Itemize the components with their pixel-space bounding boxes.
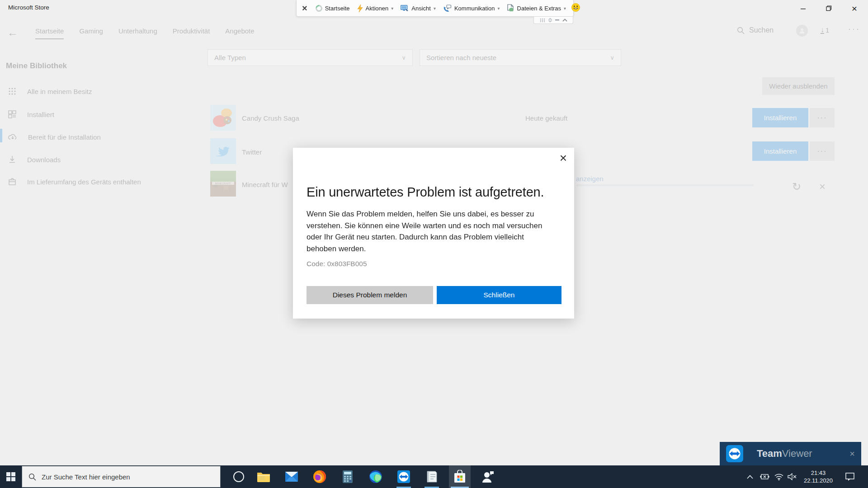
sidebar-item-downloads[interactable]: Downloads [8, 154, 61, 165]
phone-chat-icon [443, 5, 452, 12]
see-more-button[interactable]: ··· [848, 24, 860, 34]
app-name[interactable]: Twitter [242, 148, 262, 156]
dialog-close-icon[interactable]: × [560, 150, 567, 166]
toolbar-item-aktionen[interactable]: Aktionen ▾ [355, 5, 396, 12]
chevron-down-icon: ∨ [401, 54, 406, 61]
more-options-button[interactable]: ··· [810, 108, 835, 127]
tray-expand-button[interactable] [744, 465, 756, 488]
firefox-icon [313, 470, 326, 483]
toolbar-label: Kommunikation [454, 5, 495, 12]
tray-network-button[interactable] [773, 465, 785, 488]
search-button[interactable]: Suchen [737, 26, 774, 34]
minecraft-app-icon: MINECRAFT [210, 171, 236, 197]
sidebar-item-label: Installiert [27, 111, 54, 118]
app-name[interactable]: Candy Crush Saga [242, 114, 299, 122]
error-dialog: × Ein unerwartetes Problem ist aufgetret… [293, 148, 574, 319]
windows-logo-icon [6, 472, 15, 481]
back-button[interactable]: ← [7, 26, 18, 39]
error-details-link[interactable]: anzeigen [576, 175, 604, 183]
close-session-button[interactable]: × [302, 3, 307, 14]
dialog-body-line: Wenn Sie das Problem melden, helfen Sie … [307, 208, 542, 220]
toolbar-item-startseite[interactable]: Startseite [314, 5, 352, 12]
dialog-close-button[interactable]: Schließen [437, 286, 561, 304]
toolbar-label: Dateien & Extras [517, 5, 561, 12]
sidebar-item-installiert[interactable]: Installiert [8, 109, 54, 120]
install-button[interactable]: Installieren [752, 141, 808, 161]
notepad-icon [426, 470, 438, 483]
sidebar-item-im-lieferumfang[interactable]: Im Lieferumfang des Geräts enthalten [8, 176, 141, 187]
teamviewer-logo-icon [726, 445, 743, 462]
tab-startseite[interactable]: Startseite [35, 27, 64, 39]
toolbar-item-kommunikation[interactable]: Kommunikation ▾ [441, 5, 502, 12]
speaker-muted-icon [788, 473, 797, 480]
cancel-download-icon[interactable]: × [819, 180, 826, 193]
toolbar-item-dateien-extras[interactable]: Dateien & Extras ▾ [505, 4, 568, 12]
tray-volume-button[interactable] [787, 465, 798, 488]
brand-rest: Viewer [782, 448, 812, 459]
chevron-up-icon [747, 475, 753, 479]
start-button[interactable] [0, 465, 22, 488]
tab-produktivitaet[interactable]: Produktivität [173, 27, 210, 39]
type-filter-dropdown[interactable]: Alle Typen ∨ [208, 49, 413, 66]
sidebar-header: Meine Bibliothek [6, 61, 67, 70]
downloads-indicator[interactable]: ↓ 1 [821, 26, 829, 34]
app-name[interactable]: Minecraft für W [242, 181, 288, 188]
install-button[interactable]: Installieren [752, 108, 808, 127]
sort-dropdown[interactable]: Sortieren nach neueste ∨ [420, 49, 621, 66]
search-icon [737, 27, 745, 34]
back-arrow-icon: ← [7, 26, 18, 38]
ellipsis-icon: ··· [817, 147, 827, 155]
sidebar-item-alle-in-meinem-besitz[interactable]: Alle in meinem Besitz [8, 86, 92, 97]
collapse-corners-icon [548, 18, 552, 22]
search-label: Suchen [749, 26, 774, 34]
sidebar-selection-accent [0, 129, 2, 142]
edge-button[interactable] [365, 465, 387, 488]
sidebar-item-bereit-fuer-installation[interactable]: Bereit für die Installation [8, 131, 101, 142]
dropdown-caret-icon: ▾ [434, 6, 436, 11]
installed-grid-icon [8, 110, 16, 118]
tab-unterhaltung[interactable]: Unterhaltung [118, 27, 157, 39]
minimize-dash-icon [555, 19, 560, 21]
tray-time: 21:43 [811, 469, 826, 477]
hide-again-button[interactable]: Wieder ausblenden [762, 77, 835, 95]
tray-power-button[interactable] [759, 465, 770, 488]
toolbar-item-ansicht[interactable]: Ansicht ▾ [399, 5, 438, 12]
file-explorer-button[interactable] [253, 465, 274, 488]
firefox-button[interactable] [309, 465, 330, 488]
mail-button[interactable] [281, 465, 302, 488]
taskbar-search-placeholder: Zur Suche Text hier eingeben [42, 473, 130, 481]
calculator-button[interactable] [337, 465, 359, 488]
retry-icon[interactable]: ↻ [792, 180, 801, 193]
notepad-button[interactable] [421, 465, 443, 488]
ellipsis-icon: ··· [848, 24, 860, 33]
dialog-body-line: behoben werden. [307, 243, 542, 255]
action-center-button[interactable] [843, 465, 857, 488]
report-problem-button[interactable]: Dieses Problem melden [307, 286, 433, 304]
toolbar-collapse-tab[interactable] [533, 17, 573, 24]
taskbar-search-box[interactable]: Zur Suche Text hier eingeben [22, 466, 221, 488]
cortana-button[interactable] [228, 465, 250, 488]
taskbar-clock[interactable]: 21:43 22.11.2020 [799, 465, 837, 488]
brand-bold: Team [757, 448, 782, 459]
smiley-icon [571, 3, 580, 12]
sidebar-item-label: Bereit für die Installation [28, 133, 101, 141]
ellipsis-icon: ··· [817, 114, 827, 122]
error-code: Code: 0x803FB005 [307, 260, 367, 268]
dialog-body: Wenn Sie das Problem melden, helfen Sie … [307, 208, 542, 254]
download-icon: ↓ [821, 26, 824, 34]
battery-plug-icon [760, 474, 769, 480]
feedback-smiley-button[interactable] [571, 3, 580, 13]
dropdown-caret-icon: ▾ [498, 6, 500, 11]
account-avatar[interactable] [796, 25, 808, 37]
microsoft-store-button[interactable] [449, 465, 471, 488]
action-center-icon [845, 473, 854, 481]
toolbar-label: Ansicht [411, 5, 431, 12]
more-options-button[interactable]: ··· [810, 141, 835, 161]
teamviewer-taskbar-button[interactable] [393, 465, 415, 488]
people-button[interactable] [477, 465, 499, 488]
tab-angebote[interactable]: Angebote [225, 27, 254, 39]
sidebar-item-label: Downloads [27, 156, 61, 164]
tray-date: 22.11.2020 [804, 477, 833, 484]
tab-gaming[interactable]: Gaming [79, 27, 103, 39]
panel-close-icon[interactable]: × [849, 449, 855, 459]
